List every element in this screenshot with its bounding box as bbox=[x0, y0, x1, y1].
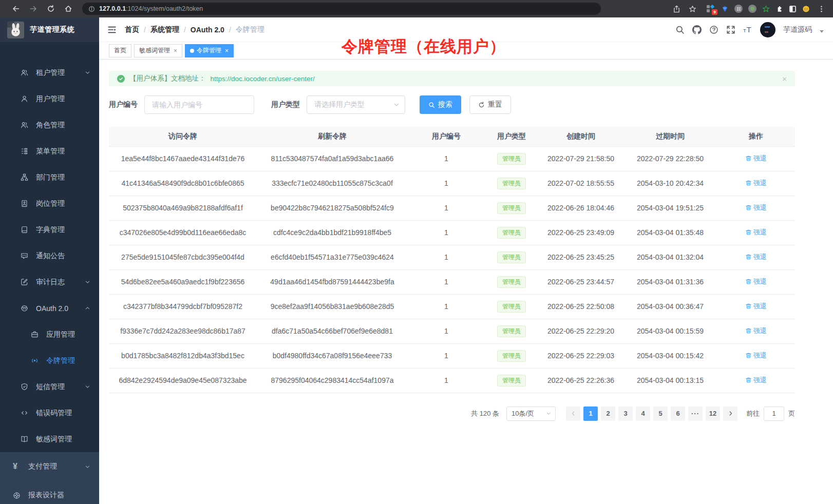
font-size-icon[interactable]: TT bbox=[743, 25, 752, 34]
reset-button[interactable]: 重置 bbox=[469, 95, 511, 114]
close-icon[interactable]: × bbox=[174, 48, 177, 54]
close-icon[interactable]: × bbox=[225, 48, 229, 54]
dot-extension-icon[interactable] bbox=[748, 5, 756, 13]
page-button-6[interactable]: 6 bbox=[671, 406, 685, 421]
breadcrumb-home[interactable]: 首页 bbox=[125, 25, 139, 34]
sidebar-item-menu[interactable]: 菜单管理 bbox=[0, 138, 99, 164]
force-logout-button[interactable]: 强退 bbox=[745, 253, 767, 262]
sidebar-item-error-code[interactable]: 错误码管理 bbox=[0, 400, 99, 426]
page-button-4[interactable]: 4 bbox=[636, 406, 650, 421]
force-logout-button[interactable]: 强退 bbox=[745, 326, 767, 336]
breadcrumb-system[interactable]: 系统管理 bbox=[150, 25, 179, 34]
force-logout-button[interactable]: 强退 bbox=[745, 351, 767, 360]
sidebar-item-dept[interactable]: 部门管理 bbox=[0, 164, 99, 190]
smiley-extension-icon[interactable] bbox=[802, 5, 810, 13]
more-pages-button[interactable]: ··· bbox=[688, 406, 703, 421]
fullscreen-icon[interactable] bbox=[726, 25, 735, 34]
sidebar-item-oauth2-app[interactable]: 应用管理 bbox=[0, 321, 99, 347]
avatar[interactable] bbox=[760, 22, 775, 37]
forward-icon[interactable] bbox=[29, 4, 38, 13]
prev-page-button[interactable] bbox=[566, 406, 580, 421]
split-square-icon[interactable] bbox=[789, 5, 797, 13]
expire-time-cell: 2054-03-04 00:15:59 bbox=[623, 319, 717, 343]
force-logout-button[interactable]: 强退 bbox=[745, 228, 767, 237]
bookmark-star-icon[interactable] bbox=[688, 4, 697, 13]
force-logout-button[interactable]: 强退 bbox=[745, 376, 767, 385]
user-type-badge: 管理员 bbox=[497, 202, 526, 214]
force-logout-button[interactable]: 强退 bbox=[745, 302, 767, 311]
page-button-3[interactable]: 3 bbox=[618, 406, 633, 421]
sidebar-item-sms[interactable]: 短信管理 bbox=[0, 374, 99, 400]
sidebar-item-audit-log[interactable]: 审计日志 bbox=[0, 269, 99, 295]
user-type-badge: 管理员 bbox=[497, 251, 526, 263]
force-logout-button[interactable]: 强退 bbox=[745, 277, 767, 286]
expire-time-cell: 2054-03-04 01:32:04 bbox=[623, 245, 717, 269]
sidebar-item-dict[interactable]: 字典管理 bbox=[0, 217, 99, 243]
doc-link[interactable]: https://doc.iocoder.cn/user-center/ bbox=[211, 75, 315, 83]
user-id-cell: 1 bbox=[408, 294, 485, 319]
actions-cell: 强退 bbox=[717, 343, 795, 368]
close-icon[interactable]: × bbox=[782, 74, 787, 83]
doc-alert: 【用户体系】文档地址： https://doc.iocoder.cn/user-… bbox=[109, 71, 795, 86]
hamburger-icon[interactable] bbox=[107, 25, 117, 34]
user-type-badge: 管理员 bbox=[497, 325, 526, 337]
sidebar-item-report-designer[interactable]: 报表设计器 bbox=[0, 481, 99, 504]
browser-menu-icon[interactable] bbox=[817, 4, 826, 13]
breadcrumb-oauth[interactable]: OAuth 2.0 bbox=[191, 26, 224, 34]
announcement-icon bbox=[21, 252, 29, 260]
gem-extension-icon[interactable] bbox=[721, 5, 729, 13]
token-icon bbox=[31, 357, 40, 364]
access-token-cell: 54d6be82ee5a460a9aedc1f9bf223656 bbox=[109, 269, 257, 294]
grid-extension-icon[interactable]: 9 bbox=[707, 5, 715, 13]
user-type-badge: 管理员 bbox=[497, 350, 526, 362]
chevron-down-icon bbox=[85, 384, 90, 390]
page-button-1[interactable]: 1 bbox=[583, 406, 598, 421]
caret-down-icon[interactable] bbox=[820, 30, 824, 33]
tab-home[interactable]: 首页 bbox=[109, 44, 131, 57]
refresh-token-cell: 8796295f04064c2983414cc54af1097a bbox=[257, 368, 408, 393]
help-icon[interactable] bbox=[709, 25, 718, 34]
page-button-5[interactable]: 5 bbox=[653, 406, 668, 421]
command-extension-icon[interactable] bbox=[734, 5, 743, 13]
sidebar-item-oauth2-token[interactable]: 令牌管理 bbox=[0, 347, 99, 374]
sidebar-item-notice[interactable]: 通知公告 bbox=[0, 243, 99, 269]
app-logo[interactable]: 芋道管理系统 bbox=[0, 17, 99, 42]
sidebar-item-tenant[interactable]: 租户管理 bbox=[0, 60, 99, 86]
next-page-button[interactable] bbox=[723, 406, 737, 421]
share-icon[interactable] bbox=[672, 4, 681, 13]
home-icon[interactable] bbox=[64, 4, 73, 13]
force-logout-button[interactable]: 强退 bbox=[745, 154, 767, 163]
user-type-cell: 管理员 bbox=[485, 269, 538, 294]
page-button-2[interactable]: 2 bbox=[601, 406, 615, 421]
force-logout-button[interactable]: 强退 bbox=[745, 203, 767, 212]
search-icon[interactable] bbox=[675, 25, 685, 34]
username[interactable]: 芋道源码 bbox=[783, 25, 812, 34]
page-button-12[interactable]: 12 bbox=[706, 406, 720, 421]
sidebar-item-sensitive-word[interactable]: 敏感词管理 bbox=[0, 426, 99, 452]
error-code-icon bbox=[21, 409, 29, 417]
breadcrumb: 首页 / 系统管理 / OAuth 2.0 / 令牌管理 bbox=[125, 25, 264, 34]
sidebar-item-post[interactable]: 岗位管理 bbox=[0, 190, 99, 217]
sidebar-item-role[interactable]: 角色管理 bbox=[0, 112, 99, 138]
sidebar-item-oauth2[interactable]: OAuth 2.0 bbox=[0, 295, 99, 321]
extensions-puzzle-icon[interactable] bbox=[775, 5, 783, 13]
force-logout-button[interactable]: 强退 bbox=[745, 179, 767, 188]
search-button[interactable]: 搜索 bbox=[420, 95, 461, 114]
reload-icon[interactable] bbox=[46, 4, 55, 13]
tab-sensitive-words[interactable]: 敏感词管理× bbox=[134, 44, 182, 57]
back-icon[interactable] bbox=[11, 4, 21, 13]
user-id-input[interactable] bbox=[144, 95, 254, 114]
goto-page-input[interactable] bbox=[764, 406, 784, 421]
url-bar[interactable]: 127.0.0.1:1024/system/oauth2/token bbox=[82, 3, 601, 15]
sidebar-item-user[interactable]: 用户管理 bbox=[0, 86, 99, 112]
star-extension-icon[interactable] bbox=[762, 5, 770, 13]
page-size-select[interactable]: 10条/页 bbox=[506, 406, 556, 421]
github-icon[interactable] bbox=[692, 25, 702, 34]
user-type-select[interactable]: 请选择用户类型 bbox=[307, 95, 405, 114]
sidebar-item-pay[interactable]: ¥支付管理 bbox=[0, 452, 99, 481]
created-time-cell: 2022-06-26 18:04:46 bbox=[538, 196, 623, 220]
tab-token-management[interactable]: 令牌管理× bbox=[185, 44, 234, 57]
trash-icon bbox=[745, 180, 752, 186]
user-type-cell: 管理员 bbox=[485, 294, 538, 319]
user-id-cell: 1 bbox=[408, 171, 485, 196]
